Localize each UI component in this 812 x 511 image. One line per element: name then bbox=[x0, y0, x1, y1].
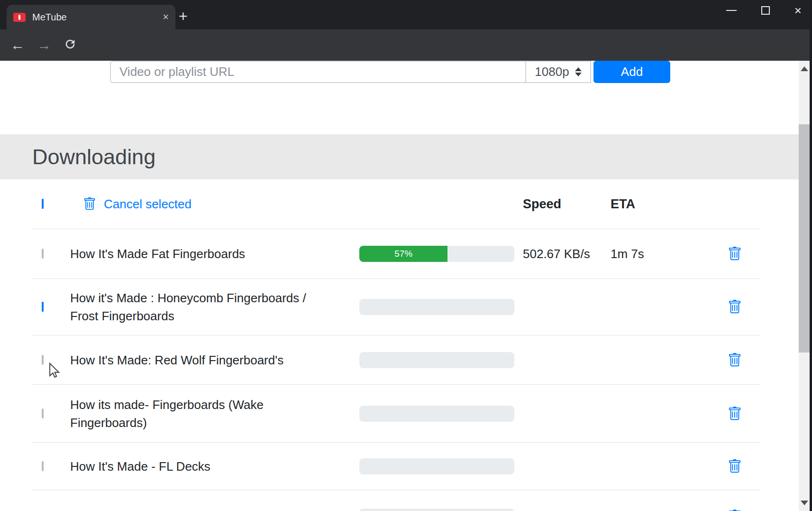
downloading-section-header: Downloading bbox=[0, 134, 799, 179]
maximize-button[interactable] bbox=[761, 6, 770, 15]
download-title: How It's Made - FL Decks bbox=[70, 457, 321, 475]
browser-toolbar: ← → ⓘ localhost:8081 ☆ Incognito bbox=[0, 29, 812, 61]
scroll-down-icon[interactable] bbox=[801, 501, 808, 505]
progress-bar bbox=[359, 458, 514, 474]
download-row: How it's Made : Honeycomb Fingerboards /… bbox=[32, 279, 761, 335]
download-row: How It's Made: Red Wolf Fingerboard's bbox=[32, 335, 761, 385]
row-checkbox[interactable] bbox=[42, 409, 44, 418]
download-row: How It's Made Fat Fingerboards 57% 502.6… bbox=[32, 229, 761, 279]
scroll-up-icon[interactable] bbox=[801, 66, 808, 71]
delete-download-button[interactable] bbox=[728, 246, 742, 261]
delete-download-button[interactable] bbox=[728, 509, 742, 511]
download-title: How its made- Fingerboards (Wake Fingerb… bbox=[70, 396, 321, 432]
download-title: How it's Made : Honeycomb Fingerboards /… bbox=[70, 289, 321, 325]
video-url-input[interactable] bbox=[110, 61, 525, 83]
download-row: How It's Made - FL Decks bbox=[32, 443, 761, 490]
metube-page: 1080p Add Downloading bbox=[0, 61, 812, 511]
add-button[interactable]: Add bbox=[593, 61, 670, 83]
scrollbar-thumb[interactable] bbox=[799, 124, 810, 353]
tab-strip: MeTube × + × bbox=[0, 0, 812, 29]
window-controls: × bbox=[726, 0, 808, 21]
tab-close-icon[interactable]: × bbox=[163, 12, 169, 22]
table-header-row: Cancel selected Speed ETA bbox=[32, 179, 761, 229]
add-download-form: 1080p Add bbox=[110, 61, 670, 83]
trash-icon bbox=[83, 197, 96, 211]
window-right-edge bbox=[810, 0, 812, 511]
delete-download-button[interactable] bbox=[728, 353, 742, 368]
eta-column-header: ETA bbox=[602, 197, 690, 212]
new-tab-button[interactable]: + bbox=[179, 9, 188, 24]
progress-bar bbox=[359, 299, 514, 315]
metube-favicon-icon bbox=[13, 13, 26, 22]
select-stepper-icon bbox=[575, 67, 582, 76]
progress-label: 57% bbox=[394, 249, 412, 259]
minimize-button[interactable] bbox=[726, 10, 737, 11]
download-title: How It's Made Fat Fingerboards bbox=[70, 245, 321, 263]
quality-select[interactable]: 1080p bbox=[525, 61, 591, 83]
select-all-checkbox[interactable] bbox=[42, 199, 44, 209]
cancel-selected-button[interactable]: Cancel selected bbox=[83, 195, 359, 213]
delete-download-button[interactable] bbox=[728, 459, 742, 474]
cancel-selected-label: Cancel selected bbox=[104, 195, 192, 213]
reload-button[interactable] bbox=[64, 37, 77, 53]
progress-bar: 57% bbox=[359, 246, 514, 262]
progress-bar bbox=[359, 509, 514, 511]
row-checkbox[interactable] bbox=[42, 461, 44, 471]
row-checkbox[interactable] bbox=[42, 302, 44, 312]
download-row: How its made- Fingerboards (Wake Fingerb… bbox=[32, 385, 761, 443]
delete-download-button[interactable] bbox=[728, 406, 742, 421]
download-row bbox=[32, 490, 761, 511]
row-checkbox[interactable] bbox=[42, 249, 44, 259]
download-eta: 1m 7s bbox=[602, 247, 690, 261]
section-title: Downloading bbox=[32, 145, 155, 169]
delete-download-button[interactable] bbox=[728, 299, 742, 315]
progress-bar bbox=[359, 406, 514, 422]
back-button[interactable]: ← bbox=[10, 38, 25, 52]
reload-icon bbox=[64, 37, 77, 51]
progress-fill: 57% bbox=[359, 246, 447, 262]
browser-window: MeTube × + × ← → ⓘ localhost:8081 bbox=[0, 0, 812, 511]
page-scrollbar[interactable] bbox=[799, 61, 810, 511]
progress-bar bbox=[359, 352, 514, 368]
close-window-button[interactable]: × bbox=[794, 4, 802, 17]
speed-column-header: Speed bbox=[514, 197, 602, 212]
forward-button[interactable]: → bbox=[37, 38, 51, 52]
quality-value: 1080p bbox=[535, 65, 569, 79]
row-checkbox[interactable] bbox=[42, 355, 44, 365]
mouse-cursor bbox=[46, 362, 63, 378]
download-speed: 502.67 KB/s bbox=[514, 247, 602, 261]
download-title: How It's Made: Red Wolf Fingerboard's bbox=[70, 351, 321, 369]
downloads-table: Cancel selected Speed ETA How It's Made … bbox=[32, 179, 761, 511]
tab-title: MeTube bbox=[32, 12, 163, 23]
browser-tab-metube[interactable]: MeTube × bbox=[7, 5, 175, 29]
